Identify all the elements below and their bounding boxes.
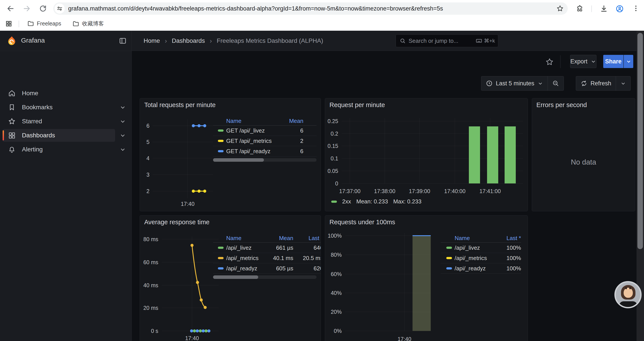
- share-button[interactable]: Share: [603, 55, 624, 68]
- legend-row[interactable]: /api/_livez 100%: [441, 243, 521, 253]
- series-name[interactable]: GET /api/_livez: [226, 127, 288, 134]
- url-bar[interactable]: grafana.mathmast.com/d/deytv4rwavabkb/fr…: [53, 3, 568, 15]
- panel-total-requests: Total requests per minute 6 5 4 3 2 17:4…: [140, 98, 321, 211]
- avatar-art: [625, 287, 627, 289]
- series-swatch: [446, 247, 452, 249]
- line-chart[interactable]: [152, 119, 213, 198]
- legend-row[interactable]: /api/_livez 661 µs 646: [213, 243, 321, 253]
- active-item-accent: [3, 130, 4, 140]
- sidebar-item-bookmarks[interactable]: Bookmarks: [3, 101, 115, 114]
- sidebar-item-alerting[interactable]: Alerting: [3, 143, 115, 156]
- export-button[interactable]: Export: [570, 55, 596, 68]
- area-chart[interactable]: [345, 233, 431, 333]
- browser-menu-icon[interactable]: [632, 5, 640, 12]
- legend-col-last[interactable]: Last *: [293, 235, 321, 242]
- panel-title[interactable]: Total requests per minute: [144, 101, 216, 109]
- x-tick: 17:40: [177, 201, 198, 207]
- apps-grid-icon[interactable]: [5, 20, 12, 27]
- series-name[interactable]: GET /api/_readyz: [226, 148, 288, 155]
- chevron-down-icon[interactable]: [120, 104, 126, 111]
- chevron-down-icon[interactable]: [120, 118, 126, 125]
- series-last: 100%: [495, 265, 521, 272]
- panel-title[interactable]: Errors per second: [536, 101, 587, 109]
- series-name[interactable]: GET /api/_metrics: [226, 138, 288, 144]
- legend-col-name[interactable]: Name: [226, 235, 267, 242]
- legend-col-name[interactable]: Name: [454, 235, 495, 242]
- breadcrumb-dashboards[interactable]: Dashboards: [172, 37, 205, 44]
- floating-assistant-avatar[interactable]: [614, 281, 642, 308]
- bookmark-folder-freeleaps[interactable]: Freeleaps: [27, 20, 61, 27]
- chevron-down-icon[interactable]: [120, 146, 126, 153]
- series-last: 100%: [495, 255, 521, 261]
- share-menu-button[interactable]: [624, 55, 633, 68]
- panel-title[interactable]: Request per minute: [330, 101, 385, 109]
- chevron-down-icon[interactable]: [120, 132, 126, 139]
- search-input[interactable]: [408, 38, 476, 44]
- breadcrumb-current: Freeleaps Metrics Dashboard (ALPHA): [217, 37, 323, 44]
- refresh-interval-dropdown[interactable]: [616, 76, 630, 90]
- series-swatch: [218, 150, 224, 152]
- sidebar-item-home[interactable]: Home: [3, 87, 115, 100]
- search-input-wrapper[interactable]: ⌘+k: [396, 35, 498, 47]
- refresh-label: Refresh: [590, 80, 611, 87]
- legend-row[interactable]: /api/_metrics 40.1 ms 20.5 ms: [213, 253, 321, 263]
- series-name[interactable]: /api/_metrics: [454, 255, 495, 261]
- legend-row[interactable]: /api/_readyz 605 µs 620: [213, 263, 321, 274]
- panel-title[interactable]: Average response time: [144, 219, 210, 226]
- series-mean: 661 µs: [267, 244, 293, 251]
- legend-col-name[interactable]: Name: [226, 118, 288, 124]
- y-tick: 6: [140, 122, 150, 129]
- browser-reload-icon[interactable]: [39, 5, 47, 13]
- series-name[interactable]: 2xx: [342, 198, 351, 205]
- downloads-icon[interactable]: [600, 5, 608, 13]
- y-tick: 40%: [325, 290, 342, 296]
- legend-col-mean[interactable]: Mean: [288, 118, 316, 124]
- bar-chart[interactable]: [342, 118, 523, 186]
- extensions-icon[interactable]: [576, 5, 584, 12]
- site-settings-icon[interactable]: [54, 4, 65, 14]
- browser-forward-icon[interactable]: [23, 5, 31, 13]
- series-name[interactable]: /api/_metrics: [226, 255, 267, 261]
- series-last: 20.5 ms: [293, 255, 321, 261]
- sidebar-item-starred[interactable]: Starred: [3, 115, 115, 128]
- favorite-dashboard-star-icon[interactable]: [545, 58, 554, 66]
- bookmark-folder-blogs[interactable]: 收藏博客: [72, 20, 104, 27]
- bookmark-label: 收藏博客: [82, 20, 104, 27]
- legend-row[interactable]: GET /api/_readyz 6: [213, 146, 316, 156]
- legend-table: Name Mean Last * /api/_livez 661 µs 646 …: [213, 234, 321, 279]
- legend-row[interactable]: GET /api/_livez 6: [213, 126, 316, 136]
- legend-header-row: Name Mean: [213, 117, 316, 126]
- legend-row[interactable]: GET /api/_metrics 2: [213, 136, 316, 146]
- legend-scrollbar[interactable]: [213, 158, 316, 162]
- refresh-controls-group: Refresh: [576, 76, 631, 91]
- y-tick: 2: [140, 188, 150, 194]
- browser-profile-icon[interactable]: [616, 5, 624, 13]
- refresh-button[interactable]: Refresh: [576, 76, 616, 90]
- page-scrollbar-thumb[interactable]: [638, 33, 643, 249]
- legend-col-mean[interactable]: Mean: [267, 235, 293, 242]
- legend-header-row: Name Last *: [441, 234, 521, 243]
- series-name[interactable]: /api/_livez: [226, 244, 267, 251]
- series-swatch: [218, 140, 224, 142]
- series-name[interactable]: /api/_readyz: [226, 265, 267, 272]
- breadcrumb-home[interactable]: Home: [144, 37, 160, 44]
- legend-scrollbar[interactable]: [213, 275, 316, 279]
- series-swatch: [446, 267, 452, 269]
- bookmark-star-icon[interactable]: [556, 5, 564, 12]
- panel-title[interactable]: Requests under 100ms: [330, 219, 395, 226]
- browser-back-icon[interactable]: [6, 5, 14, 13]
- url-text[interactable]: grafana.mathmast.com/d/deytv4rwavabkb/fr…: [68, 5, 556, 12]
- sidebar-item-dashboards[interactable]: Dashboards: [3, 129, 115, 142]
- legend-col-last[interactable]: Last *: [495, 235, 521, 242]
- legend-row[interactable]: /api/_metrics 100%: [441, 253, 521, 263]
- legend-row[interactable]: /api/_readyz 100%: [441, 263, 521, 274]
- clock-icon: [486, 80, 493, 87]
- grafana-logo-icon[interactable]: [6, 36, 17, 47]
- line-chart[interactable]: [162, 237, 219, 337]
- time-range-picker[interactable]: Last 5 minutes: [481, 76, 548, 90]
- series-name[interactable]: /api/_readyz: [454, 265, 495, 272]
- zoom-out-time-button[interactable]: [548, 76, 564, 90]
- sidebar-collapse-icon[interactable]: [119, 37, 127, 45]
- sidebar-item-label: Bookmarks: [22, 104, 52, 111]
- series-name[interactable]: /api/_livez: [454, 244, 495, 251]
